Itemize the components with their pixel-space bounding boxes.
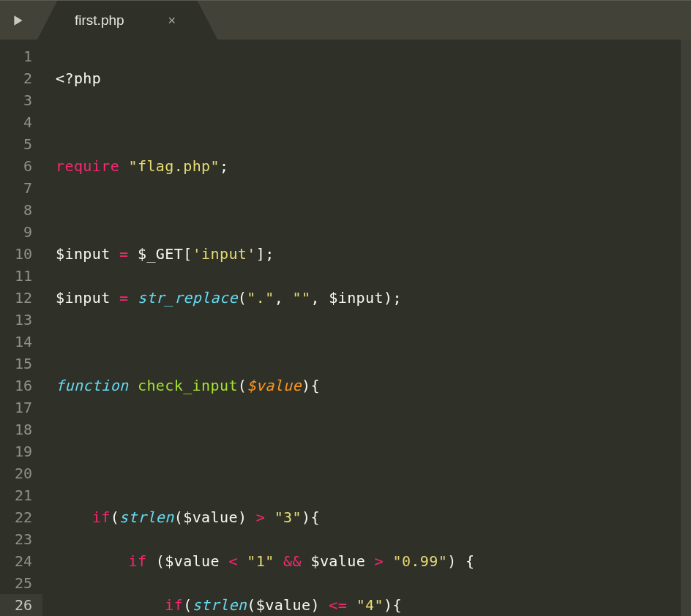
line-number: 6	[0, 155, 42, 177]
line-number: 26	[0, 594, 42, 616]
php-open-tag: <?php	[56, 70, 101, 87]
line-number: 22	[0, 506, 42, 528]
keyword-require: require	[56, 157, 119, 175]
tab-filename: first.php	[75, 12, 124, 29]
keyword-if: if	[129, 552, 147, 570]
string: "0.99"	[392, 552, 447, 570]
string: "3"	[274, 508, 302, 526]
parameter: $value	[247, 377, 302, 394]
line-number: 19	[0, 440, 42, 462]
line-number: 16	[0, 375, 42, 397]
keyword-if: if	[92, 508, 111, 526]
run-button[interactable]	[0, 1, 37, 40]
keyword-if: if	[165, 596, 183, 614]
line-number: 10	[0, 243, 42, 265]
line-number: 13	[0, 309, 42, 331]
line-number: 1	[0, 45, 42, 67]
vertical-scrollbar[interactable]	[681, 40, 691, 616]
editor-tab[interactable]: first.php ×	[57, 1, 198, 40]
variable: $value	[165, 552, 220, 570]
line-number: 9	[0, 221, 42, 243]
line-number: 18	[0, 418, 42, 440]
line-number: 25	[0, 572, 42, 594]
line-number-gutter: 1234567891011121314151617181920212223242…	[0, 40, 42, 616]
string: "flag.php"	[129, 157, 220, 175]
variable: $value	[256, 596, 311, 614]
code-area[interactable]: <?php require "flag.php"; $input = $_GET…	[42, 40, 681, 616]
close-icon[interactable]: ×	[168, 13, 176, 29]
function-call: strlen	[119, 508, 174, 526]
tab-bar: first.php ×	[0, 0, 691, 40]
line-number: 7	[0, 177, 42, 199]
variable: $value	[183, 508, 238, 526]
variable: $input	[56, 289, 111, 307]
line-number: 2	[0, 67, 42, 89]
string: "."	[247, 289, 274, 307]
play-icon	[12, 14, 25, 27]
string: "1"	[247, 552, 274, 570]
line-number: 11	[0, 265, 42, 287]
keyword-function: function	[56, 377, 129, 394]
line-number: 24	[0, 550, 42, 572]
line-number: 14	[0, 331, 42, 353]
string: 'input'	[193, 245, 256, 263]
function-call: strlen	[193, 596, 247, 614]
line-number: 23	[0, 528, 42, 550]
function-name: check_input	[129, 377, 238, 394]
line-number: 17	[0, 397, 42, 418]
string: ""	[293, 289, 311, 307]
variable: $input	[329, 289, 384, 307]
line-number: 3	[0, 89, 42, 111]
line-number: 15	[0, 353, 42, 375]
variable: $value	[310, 552, 365, 570]
line-number: 21	[0, 484, 42, 506]
variable: $input	[56, 245, 111, 263]
string: "4"	[356, 596, 384, 614]
line-number: 12	[0, 287, 42, 309]
function-call: str_replace	[138, 289, 238, 307]
line-number: 5	[0, 133, 42, 155]
line-number: 4	[0, 111, 42, 133]
line-number: 8	[0, 199, 42, 221]
editor: 1234567891011121314151617181920212223242…	[0, 40, 691, 616]
line-number: 20	[0, 462, 42, 484]
